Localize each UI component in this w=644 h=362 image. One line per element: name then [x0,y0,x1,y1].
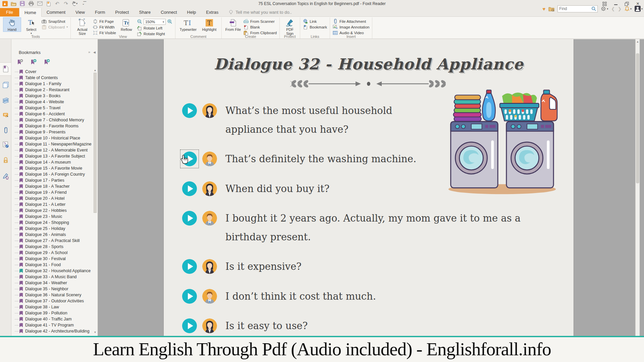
bookmark-item[interactable]: Dialogue 6 - Accident [13,111,92,117]
fit-page-button[interactable]: Fit Page [93,19,116,24]
reflow-button[interactable]: TT Reflow [118,18,135,32]
hand-mode-dropdown[interactable]: ▾ [76,2,77,5]
bookmark-item[interactable]: Dialogue 11 - Newspaper/Magazine [13,141,92,147]
expand-current-bookmark-icon[interactable] [44,59,50,65]
pdf-page[interactable]: Dialogue 32 - Household Appliance [163,39,574,336]
bookmark-item[interactable]: Dialogue 28 - Sports [13,244,92,250]
hand-tool-button[interactable]: Hand [3,18,21,32]
file-attachment-button[interactable]: File Attachment [333,19,370,24]
pages-tab-icon[interactable] [0,78,11,91]
image-annotation-button[interactable]: Image Annotation [333,24,370,29]
audio-play-button[interactable] [182,152,197,166]
comments-tab-icon[interactable] [0,109,11,122]
rotate-left-button[interactable]: Rotate Left [137,25,172,31]
audio-play-button[interactable] [182,259,197,274]
tab-share[interactable]: Share [134,8,156,16]
zoom-out-button[interactable] [137,19,142,25]
bookmark-item[interactable]: Dialogue 5 - Travel [13,105,92,111]
bookmarks-scrollbar[interactable]: ▲ ▼ [93,69,97,334]
audio-play-button[interactable] [182,289,197,304]
bookmark-item[interactable]: Dialogue 10 - Historical Place [13,135,92,141]
bookmark-item[interactable]: Dialogue 4 - Website [13,99,92,105]
tab-form[interactable]: Form [90,8,110,16]
bookmark-item[interactable]: Dialogue 8 - Favorite Rooms [13,123,92,129]
vertical-scrollbar[interactable]: ▲ [635,39,640,336]
bookmark-item[interactable]: Dialogue 36 - Natural Scenery [13,292,92,298]
add-bookmark-icon[interactable] [30,59,37,65]
bookmark-item[interactable]: Dialogue 26 - Animals [13,232,92,238]
clipboard-button[interactable]: Clipboard ▾ [42,24,68,29]
foxit-logo-icon[interactable] [2,1,8,6]
bookmark-item[interactable]: Dialogue 20 - A Hotel [13,195,92,201]
open-file-icon[interactable] [11,1,16,6]
email-icon[interactable] [37,1,43,6]
bookmark-item[interactable]: Dialogue 27 - A Practical Skill [13,238,92,244]
bookmark-item[interactable]: Dialogue 9 - Presents [13,129,92,135]
bookmark-item[interactable]: Cover [13,69,92,75]
panel-menu-icon[interactable]: » [88,50,90,54]
bookmark-item[interactable]: Dialogue 23 - Music [13,214,92,220]
bookmark-item[interactable]: Dialogue 21 - A Letter [13,201,92,207]
bookmark-item[interactable]: Dialogue 16 - A Foreign Country [13,171,92,177]
bookmark-item[interactable]: Dialogue 34 - Weather [13,280,92,286]
bookmark-item[interactable]: Dialogue 41 - TV Program [13,322,92,328]
bookmarks-tab-icon[interactable] [0,63,11,75]
undo-icon[interactable]: ↶ [54,1,60,6]
bookmark-item[interactable]: Dialogue 32 - Household Appliance [13,268,92,274]
delete-bookmark-icon[interactable] [17,59,23,65]
select-tool-button[interactable]: T Select ▾ [22,18,40,36]
bookmark-item[interactable]: Dialogue 25 - Holiday [13,226,92,232]
bookmark-item[interactable]: Dialogue 31 - Food [13,262,92,268]
tab-view[interactable]: View [70,8,90,16]
panel-collapse-icon[interactable]: ◀ [93,51,96,54]
zoom-level-select[interactable]: 150%▾ [144,19,166,25]
customize-quick-access-icon[interactable]: ⌄͞ [80,1,86,6]
layers-tab-icon[interactable] [0,94,11,107]
restore-button[interactable] [621,0,632,7]
bookmark-item[interactable]: Dialogue 3 - Books [13,93,92,99]
save-icon[interactable] [19,1,25,6]
tab-home[interactable]: Home [19,8,42,17]
fit-width-button[interactable]: Fit Width [93,24,116,29]
tab-comment[interactable]: Comment [42,8,70,16]
bookmark-item[interactable]: Dialogue 22 - Hobbies [13,207,92,214]
bookmark-item[interactable]: Dialogue 37 - Outdoor Activities [13,298,92,304]
link-button[interactable]: Link [303,19,327,24]
tab-connect[interactable]: Connect [156,8,182,16]
highlight-button[interactable]: T Highlight [200,18,219,32]
find-input[interactable] [559,6,591,11]
blank-button[interactable]: ✱ Blank [244,24,277,29]
typewriter-button[interactable]: TI Typewriter [178,18,198,32]
bottom-banner[interactable]: Learn English Through Pdf (Audio include… [0,336,644,362]
bookmark-item[interactable]: Dialogue 19 - A Friend [13,189,92,195]
audio-play-button[interactable] [182,211,197,226]
tab-file[interactable]: File [0,8,19,16]
bookmark-item[interactable]: Dialogue 30 - Festival [13,256,92,262]
bookmarks-scroll-up[interactable]: ▲ [93,69,97,72]
bookmark-item[interactable]: Dialogue 33 - A Music Band [13,274,92,280]
actual-size-button[interactable]: Actual Size [73,18,91,36]
bookmark-item[interactable]: Dialogue 12 - A Memorable Event [13,147,92,153]
scroll-up-arrow[interactable]: ▲ [636,40,640,43]
bookmark-item[interactable]: Dialogue 17 - Parties [13,177,92,183]
bookmarks-scroll-thumb[interactable] [94,73,97,213]
favorite-heart-icon[interactable]: ♥ [542,6,545,12]
settings-dropdown[interactable]: ▾ [607,7,608,10]
minimize-button[interactable] [610,0,621,7]
from-file-button[interactable]: From File [224,18,242,32]
audio-play-button[interactable] [182,181,197,196]
tab-protect[interactable]: Protect [110,8,134,16]
tell-me-search[interactable]: Tell me what you want to do.. [229,8,292,16]
bookmark-item[interactable]: Dialogue 42 - Architecture/Building [13,328,92,334]
zoom-in-button[interactable] [167,19,172,25]
attachments-tab-icon[interactable] [0,124,11,137]
shared-folder-search-icon[interactable] [548,6,554,11]
redo-icon[interactable]: ↷ [63,1,69,6]
bookmark-item[interactable]: Dialogue 29 - A School [13,250,92,256]
bookmark-item[interactable]: Dialogue 38 - Law [13,304,92,310]
from-scanner-button[interactable]: From Scanner [244,19,277,24]
search-icon[interactable] [591,6,596,11]
bookmark-item[interactable]: Dialogue 18 - A Teacher [13,183,92,189]
snapshot-button[interactable]: SnapShot [42,19,68,24]
notifications-dropdown[interactable]: ▾ [630,7,632,10]
